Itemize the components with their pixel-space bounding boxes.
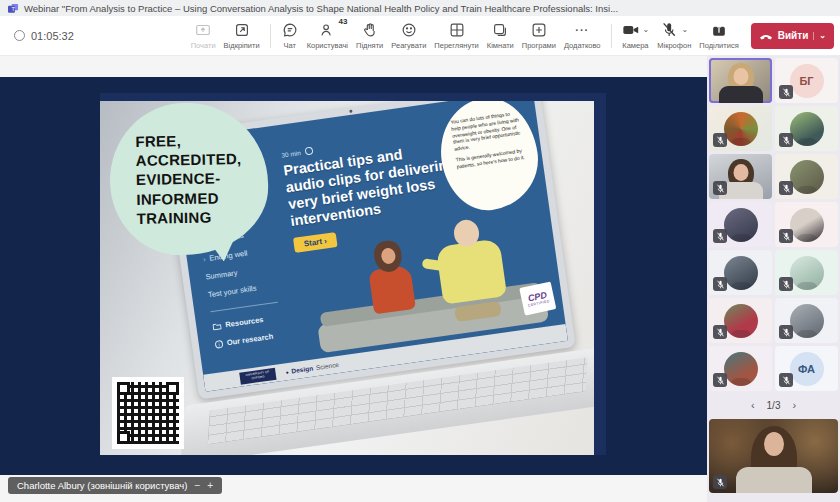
- rooms-icon: [491, 21, 509, 39]
- camera-button[interactable]: ⌄ Камера: [619, 19, 653, 52]
- oxford-text-2: OXFORD: [251, 375, 264, 380]
- meeting-timer: 01:05:32: [14, 30, 74, 42]
- chat-button[interactable]: Чат: [278, 19, 302, 52]
- start-presenting-button[interactable]: Почати: [188, 19, 219, 52]
- oxford-logo: UNIVERSITY OF OXFORD: [239, 367, 276, 384]
- participant-tile[interactable]: [709, 346, 772, 391]
- raise-hand-label: Підняти: [356, 41, 383, 50]
- leave-chevron-icon[interactable]: ⌄: [813, 32, 826, 40]
- advice-text-1: You can do lots of things to help people…: [450, 109, 524, 152]
- participant-avatar: [790, 112, 824, 146]
- shared-slide: › Starting off › Giving advice ›: [100, 93, 606, 455]
- nav-label: Summary: [205, 268, 238, 281]
- participant-avatar: [724, 256, 758, 290]
- participant-avatar: [724, 304, 758, 338]
- react-label: Реагувати: [391, 41, 426, 50]
- participant-tile[interactable]: [709, 250, 772, 295]
- view-label: Переглянути: [434, 41, 478, 50]
- mic-muted-icon: [713, 229, 727, 243]
- design-science-logo: ● Design Science: [285, 361, 339, 375]
- participants-button[interactable]: 43 Користувачі: [304, 19, 351, 52]
- unpin-button[interactable]: Відкріпити: [221, 19, 263, 52]
- share-icon: [710, 21, 728, 39]
- participant-tile[interactable]: [775, 106, 838, 151]
- research-label: Our research: [226, 332, 274, 347]
- participants-label: Користувачі: [307, 41, 348, 50]
- apps-label: Програми: [522, 41, 556, 50]
- participant-initials: ФА: [790, 352, 824, 386]
- participant-avatar: [724, 112, 758, 146]
- slide-photo: › Starting off › Giving advice ›: [100, 101, 594, 455]
- pager-page-indicator: 1/3: [767, 400, 781, 411]
- nav-label: Test your skills: [207, 284, 257, 300]
- ds-word-2: Science: [315, 361, 339, 371]
- participant-tile[interactable]: ФА: [775, 346, 838, 391]
- camera-chevron-icon[interactable]: ⌄: [643, 26, 650, 34]
- view-button[interactable]: Переглянути: [431, 19, 481, 52]
- participant-tile[interactable]: [709, 106, 772, 151]
- shared-content-stage: › Starting off › Giving advice ›: [0, 77, 707, 475]
- raise-hand-button[interactable]: Підняти: [353, 19, 386, 52]
- present-screen-icon: [194, 21, 212, 39]
- camera-label: Камера: [622, 41, 648, 50]
- zoom-in-icon[interactable]: +: [207, 480, 213, 491]
- more-dots-icon: ···: [575, 24, 589, 36]
- unpin-label: Відкріпити: [224, 41, 260, 50]
- apps-plus-icon: [530, 21, 548, 39]
- participant-tile[interactable]: [709, 202, 772, 247]
- meeting-body: › Starting off › Giving advice ›: [0, 56, 840, 502]
- rooms-button[interactable]: Кімнати: [484, 19, 517, 52]
- presenter-video-tile[interactable]: [709, 419, 838, 493]
- cpd-certified-logo: CPD CERTIFIED: [519, 282, 556, 316]
- more-button[interactable]: ··· Додатково: [561, 19, 604, 52]
- participant-tile[interactable]: [775, 250, 838, 295]
- participant-tile[interactable]: [709, 154, 772, 199]
- toolbar-divider: [270, 24, 271, 48]
- participants-grid: БГ: [709, 58, 838, 391]
- participant-tile[interactable]: [775, 298, 838, 343]
- mic-muted-icon: [713, 325, 727, 339]
- react-button[interactable]: Реагувати: [388, 19, 429, 52]
- participant-tile[interactable]: [775, 154, 838, 199]
- stage-area: › Starting off › Giving advice ›: [0, 56, 707, 502]
- clock-icon: [304, 146, 313, 155]
- pager-prev-icon[interactable]: ‹: [751, 399, 755, 411]
- participant-avatar: [790, 208, 824, 242]
- window-titlebar: T Webinar "From Analysis to Practice – U…: [0, 0, 840, 16]
- meeting-toolbar: 01:05:32 Почати Відкріпити Чат: [0, 16, 840, 56]
- patient-figure: [425, 214, 522, 325]
- pager-next-icon[interactable]: ›: [792, 399, 796, 411]
- share-button[interactable]: Поділитися: [696, 19, 741, 52]
- participants-icon: 43: [318, 21, 336, 39]
- mic-button[interactable]: ⌄ Мікрофон: [654, 19, 694, 52]
- mic-muted-icon: [713, 277, 727, 291]
- nav-item-resources[interactable]: Resources: [212, 310, 300, 331]
- resources-label: Resources: [225, 315, 264, 329]
- mic-chevron-icon[interactable]: ⌄: [681, 26, 688, 34]
- participant-tile[interactable]: [709, 298, 772, 343]
- participant-tile-active-speaker[interactable]: [709, 58, 772, 103]
- start-presenting-label: Почати: [191, 41, 216, 50]
- chat-label: Чат: [283, 41, 295, 50]
- presenter-name-label: Charlotte Albury (зовнішній користувач): [17, 480, 187, 491]
- mic-label: Мікрофон: [657, 41, 691, 50]
- mic-muted-icon: [779, 373, 793, 387]
- participants-count-badge: 43: [338, 17, 347, 26]
- teams-logo-icon: T: [8, 3, 19, 14]
- apps-button[interactable]: Програми: [519, 19, 559, 52]
- qr-corner: [117, 382, 130, 395]
- toolbar-divider: [611, 24, 612, 48]
- duration-label: 30 min: [281, 149, 301, 159]
- zoom-out-icon[interactable]: −: [194, 480, 200, 491]
- leave-button[interactable]: Вийти ⌄: [751, 23, 834, 49]
- nav-item-summary[interactable]: Summary: [205, 260, 293, 281]
- participant-tile[interactable]: [775, 202, 838, 247]
- qr-code: [112, 377, 184, 449]
- nav-item-test-your-skills[interactable]: Test your skills: [207, 278, 295, 299]
- mic-muted-icon: [713, 373, 727, 387]
- ds-word-1: Design: [291, 365, 313, 375]
- participant-tile[interactable]: БГ: [775, 58, 838, 103]
- hangup-icon: [759, 31, 773, 41]
- nav-item-our-research[interactable]: i Our research: [214, 328, 302, 349]
- chat-icon: [281, 21, 299, 39]
